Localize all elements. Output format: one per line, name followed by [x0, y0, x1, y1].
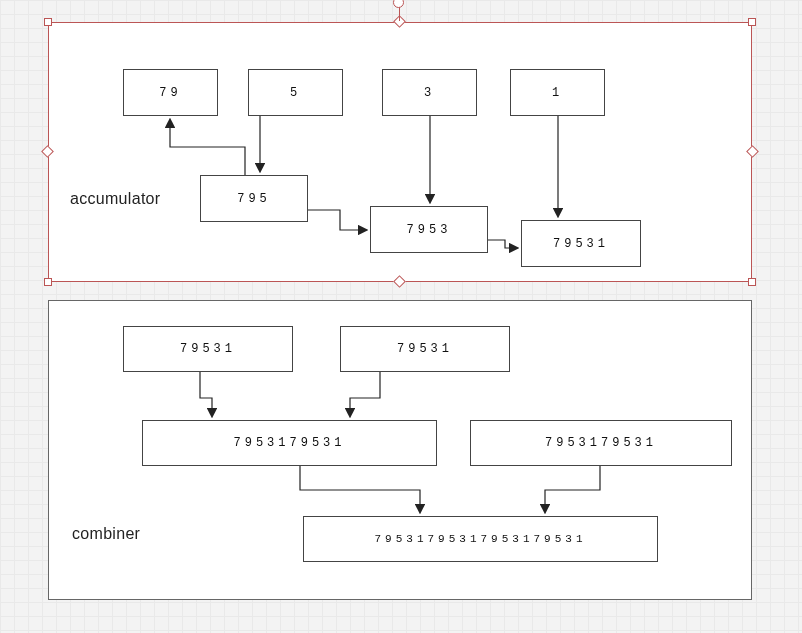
- box-79531-b[interactable]: 79531: [340, 326, 510, 372]
- box-79531-a[interactable]: 79531: [123, 326, 293, 372]
- box-7953179531-b[interactable]: 7953179531: [470, 420, 732, 466]
- selection-handle[interactable]: [44, 18, 52, 26]
- box-7953[interactable]: 7953: [370, 206, 488, 253]
- selection-handle[interactable]: [748, 18, 756, 26]
- selection-handle[interactable]: [748, 278, 756, 286]
- box-1[interactable]: 1: [510, 69, 605, 116]
- box-79[interactable]: 79: [123, 69, 218, 116]
- box-3[interactable]: 3: [382, 69, 477, 116]
- box-7953179531-a[interactable]: 7953179531: [142, 420, 437, 466]
- box-795[interactable]: 795: [200, 175, 308, 222]
- box-5[interactable]: 5: [248, 69, 343, 116]
- box-final[interactable]: 79531795317953179531: [303, 516, 658, 562]
- combiner-label: combiner: [72, 525, 140, 543]
- accumulator-label: accumulator: [70, 190, 160, 208]
- selection-handle[interactable]: [44, 278, 52, 286]
- box-79531[interactable]: 79531: [521, 220, 641, 267]
- rotation-stem: [399, 7, 400, 21]
